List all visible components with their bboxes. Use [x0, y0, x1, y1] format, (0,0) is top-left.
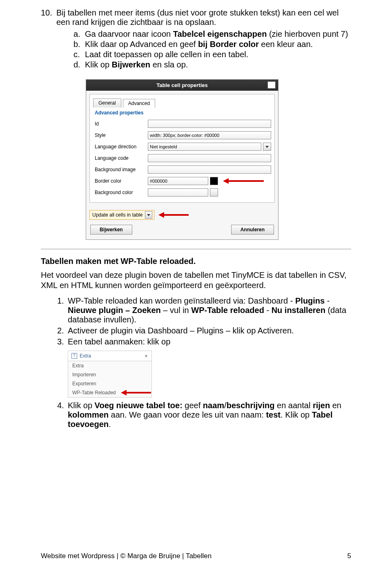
item-text: Klik op Voeg nieuwe tabel toe: geef naam… [68, 401, 351, 429]
row-bgimage: Background image [93, 165, 271, 174]
tab-general[interactable]: General [93, 98, 121, 107]
step-10: 10. Bij tabellen met meer items (dus nie… [41, 8, 351, 27]
extra-menu-screenshot: T Extra ▼ Extra Importeren Exporteren WP… [68, 351, 152, 398]
step-list: 10. Bij tabellen met meer items (dus nie… [41, 8, 351, 27]
arrow-annotation-icon [121, 390, 151, 396]
sub-c: c. Laat dit toepassen op alle cellen in … [74, 50, 351, 59]
dialog-body: General Advanced Advanced properties Id … [89, 94, 275, 203]
item-number: 2. [57, 326, 68, 335]
sub-text: Laat dit toepassen op alle cellen in een… [85, 50, 248, 59]
label-bordercolor: Border color [95, 178, 148, 184]
step-10-sublist: a. Ga daarvoor naar icoon Tabelcel eigen… [74, 29, 351, 69]
sub-text: Klik op Bijwerken en sla op. [85, 60, 188, 69]
dialog-screenshot: Table cell properties ✕ General Advanced… [86, 79, 351, 240]
sub-b: b. Klik daar op Advanced en geef bij Bor… [74, 40, 351, 49]
item-number: 1. [57, 296, 68, 324]
sub-letter: a. [74, 29, 85, 39]
color-swatch-icon[interactable] [210, 177, 218, 185]
intro-paragraph: Het voordeel van deze plugin boven de ta… [41, 270, 351, 291]
menu-item-wptable[interactable]: WP-Table Reloaded [68, 388, 120, 397]
item-number: 4. [57, 401, 68, 429]
step-text: Bij tabellen met meer items (dus niet vo… [56, 8, 351, 27]
label-bgimage: Background image [95, 167, 148, 172]
input-langcode[interactable] [148, 154, 271, 162]
label-style: Style [95, 132, 148, 138]
input-style[interactable] [148, 131, 271, 139]
tools-icon: T [71, 353, 77, 359]
sub-text: Ga daarvoor naar icoon Tabelcel eigensch… [85, 29, 348, 39]
dialog-tabs: General Advanced [93, 98, 271, 107]
label-langdir: Language direction [95, 144, 148, 150]
table-cell-properties-dialog: Table cell properties ✕ General Advanced… [86, 79, 278, 240]
list-item-3: 3. Een tabel aanmaken: klik op [57, 337, 351, 346]
dialog-buttons: Bijwerken Annuleren [89, 225, 275, 235]
wp-table-steps-cont: 4. Klik op Voeg nieuwe tabel toe: geef n… [57, 401, 351, 429]
dropdown-icon[interactable] [263, 143, 271, 151]
list-item-1: 1. WP-Table reloaded kan worden geïnstal… [57, 296, 351, 324]
dialog-bottom: Update all cells in table Bijwerken Annu… [86, 206, 278, 239]
menu-item-extra[interactable]: Extra [68, 361, 151, 370]
step-number: 10. [41, 8, 56, 27]
row-langcode: Language code [93, 154, 271, 162]
input-bgcolor[interactable] [148, 188, 208, 197]
item-text: WP-Table reloaded kan worden geïnstallee… [68, 296, 351, 324]
list-item-2: 2. Activeer de plugin via Dashboard – Pl… [57, 326, 351, 335]
sub-letter: d. [74, 60, 85, 69]
row-bgcolor: Background color [93, 188, 271, 197]
list-item-4: 4. Klik op Voeg nieuwe tabel toe: geef n… [57, 401, 351, 429]
sub-text: Klik daar op Advanced en geef bij Border… [85, 40, 313, 49]
input-bordercolor[interactable] [148, 177, 208, 185]
dialog-title-bar: Table cell properties ✕ [86, 80, 278, 91]
sub-letter: c. [74, 50, 85, 59]
label-bgcolor: Background color [95, 190, 148, 195]
section-title: Advanced properties [95, 110, 271, 116]
close-icon[interactable]: ✕ [267, 81, 276, 89]
page-footer: Website met Wordpress | © Marga de Bruij… [41, 552, 351, 560]
sub-letter: b. [74, 40, 85, 49]
cancel-button[interactable]: Annuleren [231, 225, 274, 235]
update-scope-label: Update all cells in table [92, 212, 143, 218]
update-button[interactable]: Bijwerken [90, 225, 132, 235]
row-bordercolor: Border color [93, 177, 271, 185]
input-id[interactable] [148, 120, 271, 128]
wp-table-steps: 1. WP-Table reloaded kan worden geïnstal… [57, 296, 351, 346]
item-text: Een tabel aanmaken: klik op [68, 337, 170, 346]
row-langdir: Language direction [93, 143, 271, 151]
menu-head-left: T Extra [71, 353, 91, 359]
menu-item-exporteren[interactable]: Exporteren [68, 379, 151, 388]
label-langcode: Language code [95, 155, 148, 161]
update-scope-select[interactable]: Update all cells in table [89, 210, 154, 220]
row-style: Style [93, 131, 271, 139]
row-id: Id [93, 120, 271, 128]
arrow-annotation-icon [223, 178, 264, 184]
label-id: Id [95, 121, 148, 127]
sub-d: d. Klik op Bijwerken en sla op. [74, 60, 351, 69]
section-divider [41, 249, 351, 249]
menu-body: Extra Importeren Exporteren WP-Table Rel… [68, 361, 151, 397]
page-number: 5 [347, 552, 351, 560]
menu-item-importeren[interactable]: Importeren [68, 370, 151, 379]
tab-advanced[interactable]: Advanced [123, 99, 155, 108]
item-number: 3. [57, 337, 68, 346]
dropdown-icon[interactable] [145, 211, 152, 219]
menu-header[interactable]: T Extra ▼ [68, 351, 151, 361]
item-text: Activeer de plugin via Dashboard – Plugi… [68, 326, 294, 335]
dialog-title: Table cell properties [156, 82, 207, 88]
input-bgimage[interactable] [148, 165, 271, 174]
menu-head-label: Extra [80, 353, 91, 359]
chevron-down-icon: ▼ [144, 354, 148, 358]
sub-a: a. Ga daarvoor naar icoon Tabelcel eigen… [74, 29, 351, 39]
input-langdir[interactable] [148, 143, 261, 151]
color-picker-icon[interactable] [210, 188, 218, 197]
section-heading: Tabellen maken met WP-Table reloaded. [41, 257, 351, 266]
footer-text: Website met Wordpress | © Marga de Bruij… [41, 552, 212, 560]
arrow-annotation-icon [158, 212, 189, 218]
